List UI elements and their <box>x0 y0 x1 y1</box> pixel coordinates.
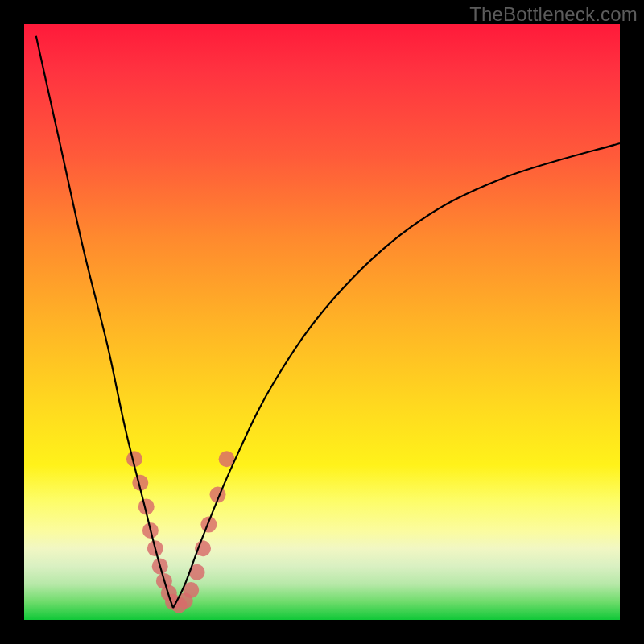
scatter-dots <box>126 451 235 613</box>
chart-svg <box>24 24 620 620</box>
watermark-text: TheBottleneck.com <box>469 3 638 26</box>
data-point <box>200 517 217 533</box>
plot-area <box>24 24 620 620</box>
curve-right <box>173 143 620 608</box>
curve-left <box>36 36 173 608</box>
chart-frame: TheBottleneck.com <box>0 0 644 644</box>
data-point <box>195 540 211 556</box>
